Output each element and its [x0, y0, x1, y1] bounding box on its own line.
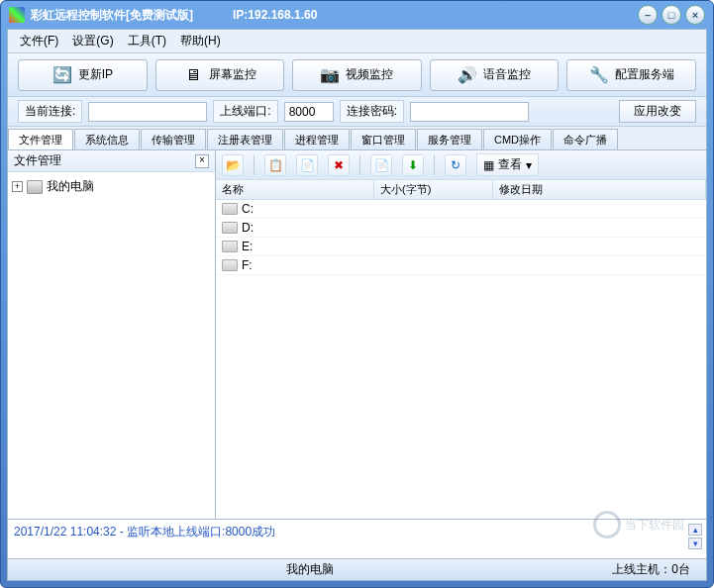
refresh-ip-label: 更新IP [78, 66, 113, 83]
gear-icon: 🔧 [589, 65, 609, 85]
speaker-icon: 🔊 [458, 65, 477, 85]
file-list[interactable]: C: D: E: F: [216, 200, 706, 519]
tab-process[interactable]: 进程管理 [284, 129, 350, 149]
menu-settings[interactable]: 设置(G) [66, 31, 119, 51]
sidebar-close-button[interactable]: × [195, 154, 209, 168]
main-toolbar: 🔄 更新IP 🖥 屏幕监控 📷 视频监控 🔊 语音监控 🔧 配置服务端 [8, 53, 706, 97]
tree-root-label: 我的电脑 [47, 178, 94, 195]
separator [254, 155, 255, 175]
new-button[interactable]: 📄 [370, 154, 392, 176]
status-path: 我的电脑 [278, 561, 342, 578]
maximize-button[interactable]: □ [662, 5, 681, 25]
refresh-icon: 🔄 [52, 65, 72, 85]
tab-window[interactable]: 窗口管理 [351, 129, 416, 149]
tab-broadcast[interactable]: 命令广播 [553, 129, 618, 149]
apply-button[interactable]: 应用改变 [619, 100, 696, 123]
view-label: 查看 [498, 156, 522, 173]
computer-icon [27, 180, 43, 194]
menu-help[interactable]: 帮助(H) [174, 31, 227, 51]
camera-icon: 📷 [320, 65, 340, 85]
log-entry: 2017/1/22 11:04:32 - 监听本地上线端口:8000成功 [14, 525, 275, 539]
delete-button[interactable]: ✖ [328, 154, 350, 176]
window-content: 文件(F) 设置(G) 工具(T) 帮助(H) 🔄 更新IP 🖥 屏幕监控 📷 … [7, 29, 707, 581]
view-mode-button[interactable]: ▦ 查看 ▾ [476, 153, 539, 176]
copy-button[interactable]: 📋 [264, 154, 286, 176]
current-connection-label: 当前连接: [18, 100, 82, 123]
app-icon [9, 7, 25, 23]
folder-up-button[interactable]: 📂 [222, 154, 244, 176]
tree-root-node[interactable]: + 我的电脑 [12, 176, 211, 197]
drive-label: F: [242, 258, 253, 272]
drive-row[interactable]: C: [216, 200, 706, 219]
menu-tools[interactable]: 工具(T) [122, 31, 172, 51]
drive-label: C: [242, 202, 254, 216]
video-monitor-label: 视频监控 [346, 66, 393, 83]
refresh-ip-button[interactable]: 🔄 更新IP [18, 59, 148, 91]
drive-label: D: [242, 221, 254, 235]
connection-bar: 当前连接: 上线端口: 连接密码: 应用改变 [8, 97, 706, 127]
drive-icon [222, 222, 238, 234]
drive-label: E: [242, 240, 253, 253]
chevron-down-icon: ▾ [526, 158, 532, 172]
screen-monitor-button[interactable]: 🖥 屏幕监控 [155, 59, 285, 91]
statusbar: 我的电脑 上线主机：0台 [8, 558, 706, 580]
drive-row[interactable]: D: [216, 219, 706, 238]
port-input[interactable] [284, 102, 334, 122]
log-panel: 2017/1/22 11:04:32 - 监听本地上线端口:8000成功 ▴ ▾ [8, 519, 706, 558]
password-input[interactable] [410, 102, 529, 122]
sidebar-header: 文件管理 × [8, 150, 215, 172]
column-headers: 名称 大小(字节) 修改日期 [216, 180, 706, 200]
tab-service[interactable]: 服务管理 [417, 129, 482, 149]
tree-view[interactable]: + 我的电脑 [8, 172, 215, 519]
paste-button[interactable]: 📄 [296, 154, 318, 176]
config-server-button[interactable]: 🔧 配置服务端 [566, 59, 696, 91]
app-window: 彩虹远程控制软件[免费测试版] IP:192.168.1.60 – □ × 文件… [0, 0, 714, 588]
video-monitor-button[interactable]: 📷 视频监控 [292, 59, 422, 91]
password-label: 连接密码: [340, 100, 404, 123]
content-area: 文件管理 × + 我的电脑 📂 📋 📄 ✖ [8, 150, 706, 519]
sidebar-title: 文件管理 [14, 152, 61, 169]
drive-icon [222, 259, 238, 271]
screen-monitor-label: 屏幕监控 [209, 66, 256, 83]
tab-strip: 文件管理 系统信息 传输管理 注册表管理 进程管理 窗口管理 服务管理 CMD操… [8, 127, 706, 150]
grid-icon: ▦ [483, 158, 494, 172]
file-toolbar: 📂 📋 📄 ✖ 📄 ⬇ ↻ ▦ 查看 ▾ [216, 150, 706, 180]
audio-monitor-button[interactable]: 🔊 语音监控 [430, 59, 560, 91]
minimize-button[interactable]: – [638, 5, 658, 25]
separator [434, 155, 435, 175]
file-panel: 📂 📋 📄 ✖ 📄 ⬇ ↻ ▦ 查看 ▾ [216, 150, 706, 519]
monitor-icon: 🖥 [183, 65, 203, 85]
drive-row[interactable]: E: [216, 238, 706, 256]
current-connection-input[interactable] [88, 102, 207, 122]
refresh-button[interactable]: ↻ [445, 154, 466, 176]
tab-transfer[interactable]: 传输管理 [141, 129, 206, 149]
column-date[interactable]: 修改日期 [493, 180, 706, 199]
tab-registry[interactable]: 注册表管理 [207, 129, 283, 149]
sidebar: 文件管理 × + 我的电脑 [8, 150, 216, 519]
drive-icon [222, 203, 238, 215]
menu-file[interactable]: 文件(F) [14, 31, 64, 51]
log-scroll-up[interactable]: ▴ [688, 524, 702, 536]
port-label: 上线端口: [213, 100, 277, 123]
close-button[interactable]: × [685, 5, 705, 25]
download-button[interactable]: ⬇ [402, 154, 424, 176]
tab-file-manage[interactable]: 文件管理 [8, 129, 73, 149]
tree-expand-icon[interactable]: + [12, 181, 23, 192]
ip-display: IP:192.168.1.60 [233, 8, 638, 22]
tab-system-info[interactable]: 系统信息 [74, 129, 140, 149]
menubar: 文件(F) 设置(G) 工具(T) 帮助(H) [8, 30, 706, 53]
drive-icon [222, 241, 238, 252]
log-scroll-down[interactable]: ▾ [688, 538, 702, 549]
tab-cmd[interactable]: CMD操作 [483, 129, 552, 149]
column-size[interactable]: 大小(字节) [374, 180, 493, 199]
audio-monitor-label: 语音监控 [483, 66, 531, 83]
separator [359, 155, 360, 175]
config-server-label: 配置服务端 [615, 66, 674, 83]
status-hosts: 上线主机：0台 [604, 561, 698, 578]
window-title: 彩虹远程控制软件[免费测试版] [31, 7, 193, 24]
drive-row[interactable]: F: [216, 256, 706, 275]
titlebar[interactable]: 彩虹远程控制软件[免费测试版] IP:192.168.1.60 – □ × [1, 1, 713, 29]
column-name[interactable]: 名称 [216, 180, 374, 199]
